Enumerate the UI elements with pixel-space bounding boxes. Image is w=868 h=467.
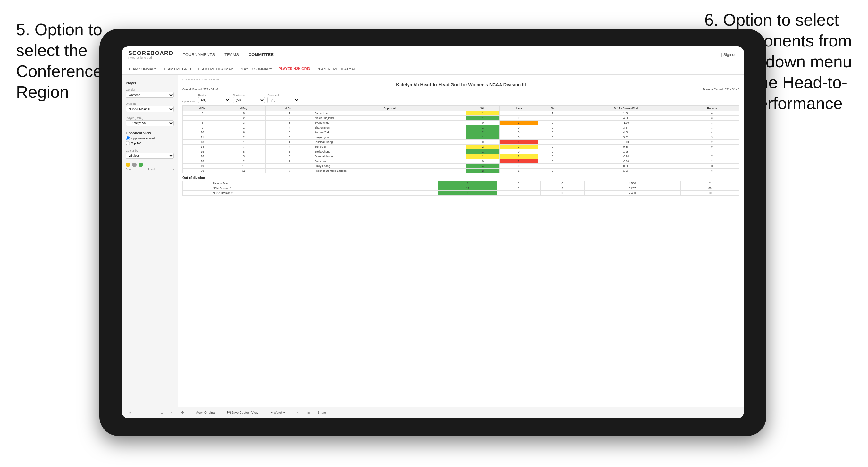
opponent-view-title: Opponent view [126,131,174,135]
logo-area: SCOREBOARD Powered by clippd [128,50,173,59]
toolbar-grid[interactable]: ⊞ [158,410,165,415]
toolbar-forward[interactable]: → [148,410,155,415]
tablet-screen: SCOREBOARD Powered by clippd TOURNAMENTS… [122,46,744,418]
logo-text: SCOREBOARD [128,50,173,56]
content-area: Last Updated: 27/03/2024 14:34 Katelyn V… [178,75,744,407]
table-row: 20117Federica Domecq Lacroze2101.336 [183,168,739,174]
top-nav: SCOREBOARD Powered by clippd TOURNAMENTS… [122,46,744,63]
table-row: 1822Euna Lee020-5.002 [183,159,739,164]
opponent-radio-played[interactable]: Opponents Played [126,136,174,141]
toolbar-sep-2 [221,410,221,416]
subnav-player-h2h-heatmap[interactable]: PLAYER H2H HEATMAP [317,66,356,72]
opponent-select[interactable]: (All) [268,97,300,103]
subnav-player-summary[interactable]: PLAYER SUMMARY [240,66,272,72]
col-opponent: Opponent [313,106,466,111]
toolbar-save-custom-view[interactable]: 💾 Save Custom View [224,410,261,415]
col-rounds: Rounds [685,106,739,111]
tablet-device: SCOREBOARD Powered by clippd TOURNAMENTS… [99,29,766,436]
bottom-toolbar: ↺ ← → ⊞ ↩ ⏱ View: Original 💾 Save Custom… [122,407,744,418]
conference-filter: Conference (All) [233,94,265,103]
dot-up [138,162,143,167]
toolbar-sep-1 [190,410,190,416]
col-reg: # Reg [222,106,266,111]
colour-by-label: Colour by [126,149,174,152]
subnav-team-h2h-heatmap[interactable]: TEAM H2H HEATMAP [197,66,233,72]
toolbar-undo[interactable]: ↺ [126,410,133,415]
table-row: 522Alexis Sudjianto1004.003 [183,116,739,121]
toolbar-sep-3 [264,410,264,416]
table-row: 1125Heejo Hyun1003.333 [183,135,739,140]
toolbar-layout[interactable]: ⊞ [305,410,312,415]
subnav-player-h2h-grid[interactable]: PLAYER H2H GRID [279,65,310,72]
dot-level [132,162,136,167]
region-filter-label: Region [198,94,230,96]
subnav-team-summary[interactable]: TEAM SUMMARY [128,66,157,72]
conference-filter-label: Conference [233,94,265,96]
toolbar-watch[interactable]: 👁 Watch ▾ [268,410,288,415]
out-table-row: NAIA Division 115009.26730 [183,186,739,191]
opponent-filter-label: Opponent [268,94,300,96]
nav-sign-out[interactable]: | Sign out [721,53,738,57]
player-rank-select[interactable]: 8. Katelyn Vo [126,120,174,126]
records-row: Overall Record: 353 - 34 - 6 Division Re… [182,88,739,91]
sidebar: Player Gender Women's Division NCAA Divi… [122,75,178,407]
toolbar-refresh[interactable]: ↩ [169,410,176,415]
col-div: # Div [183,106,222,111]
logo-sub: Powered by clippd [128,56,173,59]
nav-items: TOURNAMENTS TEAMS COMMITTEE [183,51,721,58]
opponent-radio-top100[interactable]: Top 100 [126,141,174,145]
out-of-division-label: Out of division [182,176,739,180]
gender-label: Gender [126,88,174,91]
opponent-filter: Opponent (All) [268,94,300,103]
gender-select[interactable]: Women's [126,92,174,98]
table-row: 19106Emily Chang4000.3011 [183,164,739,168]
dot-labels: Down Level Up [126,168,174,170]
col-conf: # Conf [266,106,313,111]
nav-committee[interactable]: COMMITTEE [248,51,274,58]
dot-legend [126,162,174,167]
region-select[interactable]: (All) [198,97,230,103]
division-record: Division Record: 331 - 34 - 6 [703,88,739,91]
table-row: 1585Stella Cheng1001.254 [183,149,739,154]
toolbar-share[interactable]: Share [315,410,328,415]
report-title: Katelyn Vo Head-to-Head Grid for Women's… [182,82,739,87]
player-section-title: Player [126,81,174,85]
conference-select[interactable]: (All) [233,97,265,103]
last-updated: Last Updated: 27/03/2024 14:34 [182,78,739,81]
table-row: 914Sharon Mun1003.673 [183,125,739,130]
player-rank-label: Player (Rank) [126,116,174,120]
opponents-filter-label: Opponents: [182,100,195,103]
out-table-row: NCAA Division 25007.40010 [183,191,739,195]
toolbar-view-original[interactable]: View: Original [193,410,218,415]
table-row: 1474Eunice Yi2200.389 [183,145,739,149]
out-table-row: Foreign Team1004.5002 [183,181,739,186]
h2h-table: # Div # Reg # Conf Opponent Win Loss Tie… [182,105,739,174]
table-row: 1633Jessica Mason120-0.947 [183,154,739,159]
dot-down [126,162,130,167]
toolbar-sort[interactable]: ↑↓ [294,410,302,415]
colour-by-select[interactable]: Win/loss [126,153,174,159]
toolbar-sep-4 [290,410,291,416]
col-loss: Loss [499,106,538,111]
out-of-division-table: Foreign Team1004.5002NAIA Division 11500… [182,181,739,195]
table-row: 1311Jessica Huang010-3.002 [183,140,739,145]
main-content: Player Gender Women's Division NCAA Divi… [122,75,744,407]
table-row: 1063Andrea York2004.004 [183,130,739,135]
region-filter: Region (All) [198,94,230,103]
col-diff: Diff Av Strokes/Rnd [567,106,685,111]
col-tie: Tie [538,106,567,111]
nav-tournaments[interactable]: TOURNAMENTS [183,51,215,58]
toolbar-back[interactable]: ← [136,410,144,415]
nav-teams[interactable]: TEAMS [224,51,239,58]
division-select[interactable]: NCAA Division III [126,106,174,112]
filters-row: Opponents: Region (All) Conference (All) [182,94,739,103]
sub-nav: TEAM SUMMARY TEAM H2H GRID TEAM H2H HEAT… [122,63,744,75]
table-row: 633Sydney Kuo010-1.003 [183,121,739,125]
overall-record: Overall Record: 353 - 34 - 6 [182,88,218,91]
col-win: Win [466,106,500,111]
division-label: Division [126,102,174,105]
toolbar-clock[interactable]: ⏱ [179,410,187,415]
table-row: 331Esther Lee111.504 [183,111,739,116]
subnav-team-h2h-grid[interactable]: TEAM H2H GRID [163,66,191,72]
